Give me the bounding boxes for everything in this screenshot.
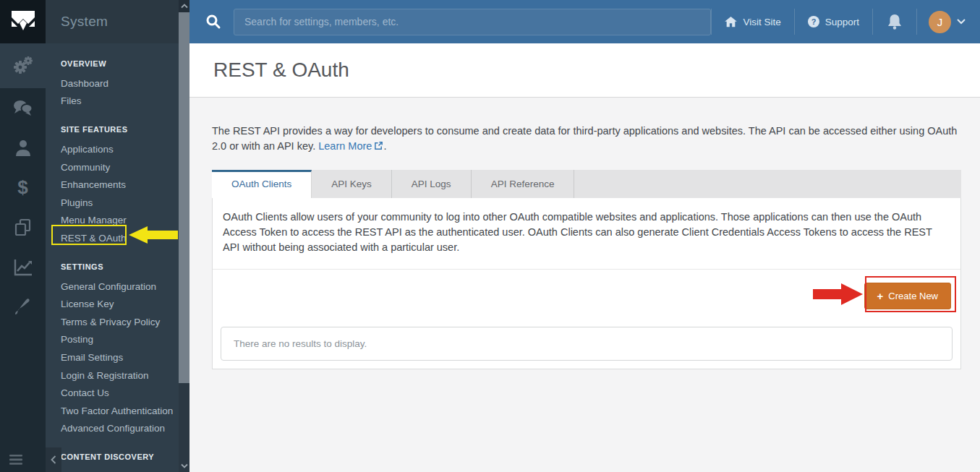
commerce-icon[interactable]: $ xyxy=(0,168,46,207)
sidebar-item-posting[interactable]: Posting xyxy=(61,331,171,349)
search-icon xyxy=(205,14,221,30)
sidebar: System OVERVIEWDashboardFilesSITE FEATUR… xyxy=(46,0,179,472)
intro-text-end: . xyxy=(383,140,386,152)
community-icon[interactable] xyxy=(0,88,46,128)
icon-rail-items: $ xyxy=(0,43,46,327)
home-icon xyxy=(725,17,737,27)
app-section-title: System xyxy=(46,0,179,43)
svg-text:?: ? xyxy=(811,17,816,26)
sidebar-item-community[interactable]: Community xyxy=(61,158,171,176)
invision-logo[interactable] xyxy=(0,0,46,43)
learn-more-label: Learn More xyxy=(318,140,372,152)
topbar: Visit Site ? Support J xyxy=(189,0,980,43)
sidebar-scrollbar[interactable] xyxy=(179,0,189,472)
members-icon[interactable] xyxy=(0,128,46,168)
chevron-down-icon xyxy=(957,19,966,25)
sidebar-item-files[interactable]: Files xyxy=(61,93,171,111)
scroll-down-icon[interactable] xyxy=(179,460,189,472)
tab-api-keys[interactable]: API Keys xyxy=(312,170,392,198)
nav-sections: OVERVIEWDashboardFilesSITE FEATURESAppli… xyxy=(46,43,179,472)
page-header: REST & OAuth xyxy=(189,43,980,98)
sidebar-item-email-settings[interactable]: Email Settings xyxy=(61,348,171,366)
empty-results-box: There are no results to display. xyxy=(221,327,953,361)
plus-icon: + xyxy=(877,291,884,301)
learn-more-link[interactable]: Learn More xyxy=(318,140,383,152)
scroll-up-icon[interactable] xyxy=(179,0,189,12)
icon-rail: $ xyxy=(0,0,46,472)
visit-site-button[interactable]: Visit Site xyxy=(712,17,793,27)
create-new-label: Create New xyxy=(888,291,938,301)
oauth-clients-description: OAuth Clients allow users of your commun… xyxy=(213,198,960,270)
settings-icon[interactable] xyxy=(0,43,46,88)
sidebar-item-dashboard[interactable]: Dashboard xyxy=(61,74,171,93)
sidebar-item-menu-manager[interactable]: Menu Manager xyxy=(61,212,171,230)
intro-paragraph: The REST API provides a way for develope… xyxy=(212,124,961,155)
question-circle-icon: ? xyxy=(808,16,819,27)
nav-section-header-content-discovery: CONTENT DISCOVERY xyxy=(61,452,171,461)
nav-section-header-overview: OVERVIEW xyxy=(61,59,171,68)
oauth-clients-panel: OAuth Clients allow users of your commun… xyxy=(212,198,961,369)
sidebar-item-contact-us[interactable]: Contact Us xyxy=(61,384,171,402)
toolbar-row: + Create New xyxy=(213,270,960,327)
pages-icon[interactable] xyxy=(0,207,46,247)
collapse-sidebar-button[interactable] xyxy=(46,447,61,472)
sidebar-item-two-factor-authentication[interactable]: Two Factor Authentication xyxy=(61,402,171,420)
external-link-icon xyxy=(374,140,383,155)
nav-section-header-site-features: SITE FEATURES xyxy=(61,125,171,134)
customization-icon[interactable] xyxy=(0,287,46,327)
notifications-bell-icon[interactable] xyxy=(873,14,916,30)
sidebar-item-search[interactable]: Search xyxy=(61,468,171,472)
account-menu[interactable]: J xyxy=(917,11,970,33)
main-content: The REST API provides a way for develope… xyxy=(189,98,980,472)
support-button[interactable]: ? Support xyxy=(795,16,872,27)
nav-section-header-settings: SETTINGS xyxy=(61,262,171,271)
stats-icon[interactable] xyxy=(0,247,46,287)
scrollbar-thumb[interactable] xyxy=(179,12,189,383)
sidebar-item-general-configuration[interactable]: General Configuration xyxy=(61,278,171,296)
tab-api-logs[interactable]: API Logs xyxy=(392,170,472,198)
sidebar-item-applications[interactable]: Applications xyxy=(61,140,171,158)
page-title: REST & OAuth xyxy=(213,59,349,82)
sidebar-item-plugins[interactable]: Plugins xyxy=(61,194,171,212)
tab-api-reference[interactable]: API Reference xyxy=(472,170,575,198)
sidebar-item-terms-privacy-policy[interactable]: Terms & Privacy Policy xyxy=(61,313,171,331)
search-input[interactable] xyxy=(234,9,711,35)
admin-panel: $ System OVERVIEWDashboardFilesSITE FEAT… xyxy=(0,0,980,472)
sidebar-item-license-key[interactable]: License Key xyxy=(61,295,171,313)
sidebar-item-rest-oauth[interactable]: REST & OAuth xyxy=(61,229,171,247)
tabbar: OAuth ClientsAPI KeysAPI LogsAPI Referen… xyxy=(212,170,961,198)
visit-site-label: Visit Site xyxy=(743,17,780,27)
create-new-button[interactable]: + Create New xyxy=(864,283,951,309)
avatar[interactable]: J xyxy=(929,11,951,33)
support-label: Support xyxy=(825,17,859,27)
sidebar-item-login-registration[interactable]: Login & Registration xyxy=(61,366,171,385)
menu-icon[interactable] xyxy=(9,455,22,465)
sidebar-item-enhancements[interactable]: Enhancements xyxy=(61,176,171,194)
tab-oauth-clients[interactable]: OAuth Clients xyxy=(212,170,312,198)
sidebar-item-advanced-configuration[interactable]: Advanced Configuration xyxy=(61,420,171,438)
